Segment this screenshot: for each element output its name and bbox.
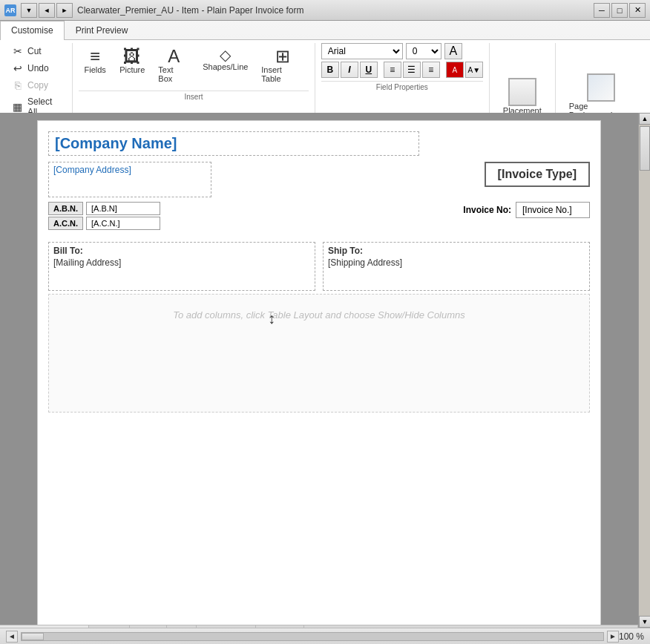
font-row: Arial 0 A	[321, 43, 483, 59]
abn-invoice-row: A.B.N. [A.B.N] A.C.N. [A.C.N.] Invoice N…	[48, 202, 590, 236]
document-wrapper: [Company Name] [Company Address] [Invoic…	[0, 113, 638, 628]
copy-icon: ⎘	[11, 79, 24, 91]
italic-button[interactable]: I	[341, 62, 358, 78]
field-properties-label: Field Properties	[321, 81, 483, 91]
scroll-right-button[interactable]: ►	[607, 631, 619, 643]
page-background-icon	[587, 73, 615, 102]
invoice-type-field[interactable]: [Invoice Type]	[485, 162, 590, 187]
shipping-address[interactable]: [Shipping Address]	[328, 257, 585, 287]
invoice-no-row: Invoice No: [Invoice No.]	[459, 202, 590, 218]
document: [Company Name] [Company Address] [Invoic…	[37, 120, 601, 628]
header-left: [Company Address]	[48, 162, 485, 197]
scrollbar-down-button[interactable]: ▼	[639, 616, 650, 628]
abn-label: A.B.N.	[48, 202, 83, 215]
window-title: Clearwater_Premier_AU - Item - Plain Pap…	[77, 5, 303, 16]
font-size-select[interactable]: 0	[406, 43, 441, 59]
cut-icon: ✂	[11, 45, 24, 57]
mailing-address[interactable]: [Mailing Address]	[53, 257, 310, 287]
nav-back[interactable]: ◄	[39, 3, 55, 18]
table-hint: To add columns, click Table Layout and c…	[49, 295, 589, 335]
insert-label: Insert	[79, 91, 309, 101]
cut-button[interactable]: ✂ Cut	[7, 43, 68, 59]
company-name-field[interactable]: [Company Name]	[48, 131, 419, 156]
abn-value[interactable]: [A.B.N]	[86, 202, 160, 215]
bold-button[interactable]: B	[321, 62, 339, 78]
select-all-icon: ▦	[11, 101, 24, 113]
copy-button[interactable]: ⎘ Copy	[7, 77, 68, 93]
main-area: ▲ ▼ [Company Name] [Company Address] [In…	[0, 113, 650, 628]
align-left-button[interactable]: ≡	[384, 62, 401, 78]
maximize-button[interactable]: □	[611, 3, 628, 18]
nav-forward[interactable]: ►	[56, 3, 73, 18]
insert-table-icon: ⊞	[275, 47, 290, 65]
columns-area: To add columns, click Table Layout and c…	[48, 294, 590, 413]
bill-to-block: Bill To: [Mailing Address]	[48, 242, 315, 291]
system-menu[interactable]: ▼	[21, 3, 37, 18]
scroll-thumb[interactable]	[22, 633, 44, 640]
scrollbar-thumb[interactable]	[640, 126, 650, 171]
acn-value[interactable]: [A.C.N.]	[86, 217, 160, 230]
vertical-scrollbar[interactable]: ▲ ▼	[638, 113, 650, 628]
bill-to-label: Bill To:	[53, 246, 310, 256]
font-select[interactable]: Arial	[321, 43, 403, 59]
text-box-icon: A	[168, 47, 180, 65]
app-icon: AR	[4, 4, 16, 16]
scrollbar-track[interactable]	[639, 125, 650, 616]
align-right-button[interactable]: ≡	[422, 62, 440, 78]
picture-button[interactable]: 🖼 Picture	[114, 45, 150, 77]
ship-to-label: Ship To:	[328, 246, 585, 256]
acn-label: A.C.N.	[48, 217, 83, 230]
tab-print-preview[interactable]: Print Preview	[65, 21, 139, 39]
shapes-line-icon: ◇	[220, 47, 231, 62]
align-center-button[interactable]: ☰	[403, 62, 421, 78]
placement-icon	[508, 78, 536, 106]
undo-button[interactable]: ↩ Undo	[7, 60, 68, 76]
abn-acn-section: A.B.N. [A.B.N] A.C.N. [A.C.N.]	[48, 202, 160, 231]
ribbon-tabs: Customise Print Preview	[0, 21, 650, 39]
fields-button[interactable]: ≡ Fields	[79, 45, 111, 77]
company-address-field[interactable]: [Company Address]	[48, 162, 211, 197]
status-bar: ◄ ► 100 %	[0, 628, 650, 644]
header-row: [Company Address] [Invoice Type]	[48, 162, 590, 197]
tab-customise[interactable]: Customise	[0, 21, 65, 40]
company-name-row: [Company Name]	[48, 131, 590, 159]
scroll-left-button[interactable]: ◄	[6, 631, 18, 643]
ship-to-block: Ship To: [Shipping Address]	[323, 242, 590, 291]
zoom-level: 100 %	[619, 631, 644, 642]
undo-icon: ↩	[11, 62, 24, 74]
placement-button[interactable]: Placement	[496, 75, 549, 118]
scroll-track[interactable]	[21, 632, 604, 641]
insert-buttons: ≡ Fields 🖼 Picture A Text Box ◇ Shapes/L…	[79, 43, 309, 88]
color-button-2[interactable]: A▼	[465, 62, 483, 78]
address-section: Bill To: [Mailing Address] Ship To: [Shi…	[48, 242, 590, 291]
title-bar: AR ▼ ◄ ► Clearwater_Premier_AU - Item - …	[0, 0, 650, 21]
acn-row: A.C.N. [A.C.N.]	[48, 217, 160, 230]
scrollbar-up-button[interactable]: ▲	[639, 113, 650, 125]
insert-table-button[interactable]: ⊞ Insert Table	[256, 45, 308, 86]
color-button-1[interactable]: A	[446, 62, 464, 78]
abn-row: A.B.N. [A.B.N]	[48, 202, 160, 215]
invoice-no-label: Invoice No:	[459, 203, 516, 217]
close-button[interactable]: ✕	[629, 3, 646, 18]
text-box-button[interactable]: A Text Box	[153, 45, 194, 86]
font-special-button[interactable]: A	[444, 43, 462, 59]
fields-icon: ≡	[90, 47, 100, 65]
format-row: B I U ≡ ☰ ≡ A A▼	[321, 62, 483, 78]
minimize-button[interactable]: ─	[594, 3, 610, 18]
picture-icon: 🖼	[123, 47, 141, 65]
invoice-no-value[interactable]: [Invoice No.]	[516, 202, 590, 218]
shapes-line-button[interactable]: ◇ Shapes/Line	[197, 45, 253, 74]
underline-button[interactable]: U	[360, 62, 378, 78]
